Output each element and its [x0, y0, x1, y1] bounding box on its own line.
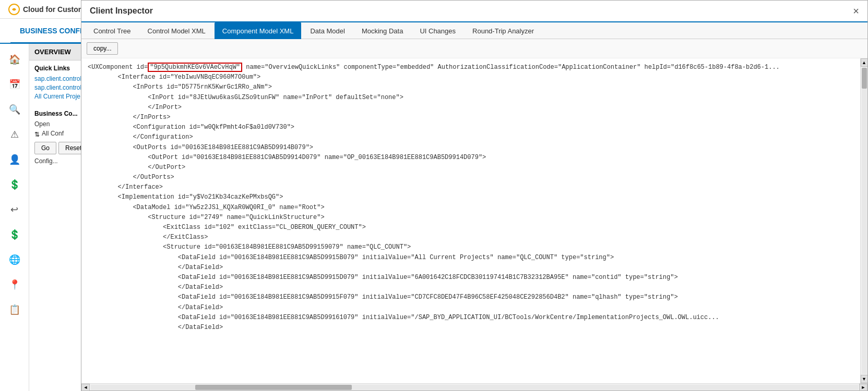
- sidebar-icon-pin[interactable]: 📍: [3, 273, 26, 296]
- sidebar-icons: 🏠 📅 🔍 ⚠ 👤 💲 ↩ 💲 🌐 📍 📋: [0, 44, 29, 391]
- scroll-left-btn[interactable]: ◄: [81, 384, 90, 391]
- sidebar-icon-person[interactable]: 👤: [3, 148, 26, 171]
- xml-content-wrapper[interactable]: <UXComponent id="9p5QubkmhKEGv6VAeCvHqW"…: [81, 58, 860, 383]
- xml-content: <UXComponent id="9p5QubkmhKEGv6VAeCvHqW"…: [81, 58, 860, 337]
- sidebar-icon-dollar[interactable]: 💲: [3, 173, 26, 196]
- v-scroll-thumb[interactable]: [862, 68, 867, 89]
- sidebar-icon-dollar2[interactable]: 💲: [3, 223, 26, 246]
- dialog-toolbar: copy...: [81, 39, 867, 58]
- all-conf-label: All Conf: [42, 130, 64, 137]
- tab-control-model-xml[interactable]: Control Model XML: [140, 22, 213, 39]
- v-scrollbar: ▲ ▼: [860, 58, 867, 383]
- logo-icon: [8, 4, 20, 15]
- dialog-close-button[interactable]: ×: [853, 6, 859, 16]
- sidebar-icon-return[interactable]: ↩: [3, 198, 26, 221]
- tab-ui-changes[interactable]: UI Changes: [412, 22, 463, 39]
- sidebar-icon-list[interactable]: 📋: [3, 298, 26, 321]
- sidebar-icon-alert[interactable]: ⚠: [3, 123, 26, 146]
- scroll-right-btn[interactable]: ►: [859, 384, 867, 391]
- scroll-up-btn[interactable]: ▲: [861, 58, 868, 67]
- v-scroll-track: [862, 68, 867, 374]
- sidebar-icon-calendar[interactable]: 📅: [3, 73, 26, 96]
- xml-area-container: <UXComponent id="9p5QubkmhKEGv6VAeCvHqW"…: [81, 58, 867, 383]
- dialog-title: Client Inspector: [90, 6, 153, 16]
- tab-component-model-xml[interactable]: Component Model XML: [215, 22, 302, 39]
- top-bar-left: Cloud for Customer: [8, 4, 91, 15]
- h-scroll-track: [91, 385, 858, 390]
- sidebar-icon-globe[interactable]: 🌐: [3, 248, 26, 271]
- dialog-header: Client Inspector ×: [81, 1, 867, 22]
- highlighted-id: "9p5QubkmhKEGv6VAeCvHqW": [148, 63, 242, 72]
- sidebar-icon-home[interactable]: 🏠: [3, 48, 26, 71]
- tab-mocking-data[interactable]: Mocking Data: [354, 22, 411, 39]
- content-area: 🏠 📅 🔍 ⚠ 👤 💲 ↩ 💲 🌐 📍 📋 OVERVIEW Quick Lin…: [0, 44, 868, 391]
- copy-button[interactable]: copy...: [87, 42, 118, 55]
- h-scroll-thumb[interactable]: [195, 385, 352, 390]
- tab-bar: Control Tree Control Model XML Component…: [81, 22, 867, 39]
- tab-round-trip-analyzer[interactable]: Round-Trip Analyzer: [465, 22, 542, 39]
- sidebar-icon-search[interactable]: 🔍: [3, 98, 26, 121]
- sort-icon: ⇅: [34, 131, 40, 138]
- tab-data-model[interactable]: Data Model: [302, 22, 352, 39]
- tab-control-tree[interactable]: Control Tree: [86, 22, 139, 39]
- h-scrollbar: ◄ ►: [81, 383, 867, 390]
- client-inspector-dialog: Client Inspector × Control Tree Control …: [81, 0, 868, 391]
- scroll-down-btn[interactable]: ▼: [861, 375, 868, 383]
- logo-area: Cloud for Customer: [8, 4, 91, 15]
- go-button[interactable]: Go: [34, 142, 56, 154]
